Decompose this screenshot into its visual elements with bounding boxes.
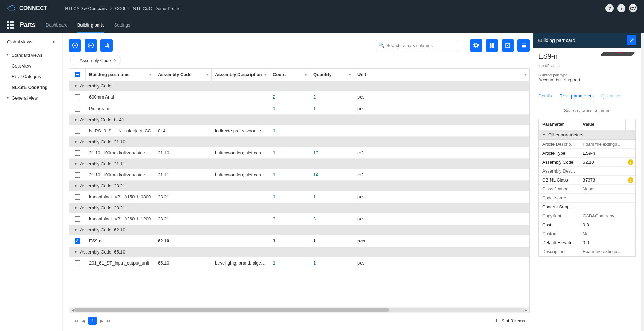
column-header-qty[interactable]: Quantity▾ — [310, 69, 354, 81]
sidebar-item-nl-sfb-codering[interactable]: NL-SfB Codering — [0, 82, 62, 93]
filter-icon[interactable]: ▾ — [524, 72, 526, 77]
nav-tab-dashboard[interactable]: Dashboard — [46, 17, 68, 33]
scroll-right-icon[interactable]: ▶ — [525, 308, 527, 312]
sidebar-item-cost-view[interactable]: Cost view — [0, 61, 62, 71]
row-checkbox[interactable] — [75, 260, 80, 266]
help-button[interactable]: ? — [605, 4, 614, 12]
table-row[interactable]: 600mm Arial22pcs — [69, 91, 529, 103]
param-row[interactable]: CopyrightCAD&Company — [539, 211, 635, 220]
info-button[interactable]: i — [617, 4, 625, 12]
table-row[interactable]: 21.10_100mm kalkzandsteen velling…21.11b… — [69, 169, 529, 181]
table-row[interactable]: NLRS_0_SI_UN_nulobject_CC0-.41indirecte … — [69, 125, 529, 137]
select-all-header[interactable] — [69, 69, 86, 81]
param-row[interactable]: Cost0.0 — [539, 220, 635, 229]
remove-button[interactable] — [85, 39, 97, 52]
row-checkbox[interactable] — [75, 94, 80, 100]
param-header-name[interactable]: Parameter — [539, 119, 579, 130]
sidebar-title[interactable]: Global views ▼ — [0, 39, 62, 46]
row-checkbox[interactable] — [75, 128, 80, 134]
sidebar-item-general-view[interactable]: General view — [0, 93, 62, 103]
pager-summary: 1 - 9 of 9 items — [495, 318, 525, 323]
edit-button[interactable] — [627, 35, 636, 45]
pager-next[interactable]: ▶ — [100, 318, 104, 323]
nav-tab-settings[interactable]: Settings — [114, 17, 130, 33]
table-row[interactable]: ES9-n62.1011pcs — [69, 235, 529, 247]
group-row[interactable]: ▼Assembly Code: 62.10 — [69, 225, 529, 235]
detail-tab-revit-parameters[interactable]: Revit parameters — [560, 90, 594, 102]
breadcrumb-project[interactable]: CC004 - NTI_C&C_Demo Project — [115, 6, 182, 11]
param-row[interactable]: Content Supplier U… — [539, 203, 635, 211]
duplicate-button[interactable] — [100, 39, 113, 52]
param-search-input[interactable] — [538, 106, 636, 116]
group-row[interactable]: ▼Assembly Code: 21.11 — [69, 159, 529, 169]
detail-tab-quantities[interactable]: Quantities — [601, 90, 622, 102]
indeterminate-checkbox[interactable] — [75, 72, 80, 77]
columns-button[interactable] — [486, 39, 498, 52]
filter-icon[interactable]: ▾ — [305, 72, 307, 77]
apps-icon[interactable] — [7, 21, 14, 29]
column-header-asm[interactable]: Assembly Code▾ — [154, 69, 212, 81]
search-input[interactable] — [376, 40, 458, 51]
add-button[interactable] — [69, 39, 81, 52]
param-row[interactable]: Article DescriptionFoam fire extinguish… — [539, 140, 635, 149]
info-icon[interactable]: i — [628, 159, 633, 165]
table-row[interactable]: Pictogram11pcs — [69, 103, 529, 115]
table-row[interactable]: kanaalplaat_VBI_A150_b 030023.2111pcs — [69, 191, 529, 203]
group-row[interactable]: ▼Assembly Code: 65.10 — [69, 247, 529, 257]
row-checkbox[interactable] — [75, 172, 80, 178]
row-checkbox[interactable] — [75, 238, 80, 244]
column-header-unit[interactable]: Unit▾ — [354, 69, 529, 81]
row-checkbox[interactable] — [75, 106, 80, 112]
sidebar-item-revit-category[interactable]: Revit Category — [0, 71, 62, 82]
row-checkbox[interactable] — [75, 150, 80, 156]
table-row[interactable]: 21.10_100mm kalkzandsteen elemen…21.10bu… — [69, 147, 529, 159]
pager-last[interactable]: ⏭ — [107, 318, 111, 323]
row-checkbox[interactable] — [75, 194, 80, 200]
param-row[interactable]: CustomNo — [539, 229, 635, 238]
table-row[interactable]: 201_61_ST_input_output_unit65.10beveilig… — [69, 257, 529, 269]
list-view-button[interactable] — [517, 39, 530, 52]
row-checkbox[interactable] — [75, 216, 80, 222]
param-header-value[interactable]: Value — [579, 119, 626, 130]
filter-icon[interactable]: ▾ — [149, 72, 151, 77]
breadcrumb-org[interactable]: NTI CAD & Company — [65, 6, 108, 11]
filter-icon[interactable]: ▾ — [206, 72, 208, 77]
param-group-row[interactable]: ▼ Other parameters — [539, 130, 635, 140]
scroll-left-icon[interactable]: ◀ — [71, 308, 74, 312]
param-row[interactable]: Article TypeES9-n — [539, 149, 635, 158]
table-row[interactable]: kanaalplaat_VBI_A260_b 120028.2133pcs — [69, 213, 529, 225]
group-row[interactable]: ▼Assembly Code: 0-.41 — [69, 115, 529, 125]
detail-tab-details[interactable]: Details — [538, 90, 552, 102]
pager-current-page[interactable]: 1 — [88, 317, 97, 325]
param-row[interactable]: ClassificationNone — [539, 185, 635, 194]
param-row[interactable]: DescriptionFoam fire extinguisher — [539, 247, 635, 256]
group-row[interactable]: ▼Assembly Code: 23.21 — [69, 181, 529, 191]
column-header-desc[interactable]: Assembly Description▾ — [212, 69, 269, 81]
group-row[interactable]: ▼Assembly Code: 28.21 — [69, 203, 529, 213]
export-button[interactable] — [502, 39, 514, 52]
group-row[interactable]: ▼Assembly Code: — [69, 81, 529, 91]
group-row[interactable]: ▼Assembly Code: 21.10 — [69, 137, 529, 147]
sidebar-item-standard-views[interactable]: Standard views — [0, 50, 62, 61]
param-row[interactable]: Default Elevation0.0 — [539, 238, 635, 247]
horizontal-scrollbar[interactable]: ◀ ▶ — [69, 307, 529, 313]
param-row[interactable]: Code Name — [539, 194, 635, 203]
param-row[interactable]: CB-NL Class37373i — [539, 176, 635, 185]
column-header-count[interactable]: Count▾ — [269, 69, 310, 81]
breadcrumb[interactable]: NTI CAD & Company > CC004 - NTI_C&C_Demo… — [65, 6, 182, 11]
filter-icon[interactable]: ▾ — [349, 72, 351, 77]
pager-first[interactable]: ⏮ — [74, 318, 78, 323]
settings-button[interactable] — [470, 39, 482, 52]
pager-prev[interactable]: ◀ — [82, 318, 85, 323]
param-row[interactable]: Assembly Code62.10i — [539, 158, 635, 167]
info-icon[interactable]: i — [628, 177, 633, 183]
scrollbar-thumb[interactable] — [74, 308, 389, 312]
vertical-scrollbar[interactable] — [641, 33, 644, 331]
avatar[interactable]: CV — [629, 4, 637, 12]
close-icon[interactable]: × — [114, 58, 117, 63]
param-row[interactable]: Assembly Descripti… — [539, 167, 635, 176]
filter-icon[interactable]: ▾ — [264, 72, 266, 77]
grouping-chip[interactable]: ↑ Assembly Code × — [70, 55, 121, 65]
nav-tab-building-parts[interactable]: Building parts — [77, 17, 105, 33]
column-header-name[interactable]: Building part name▾ — [86, 69, 154, 81]
